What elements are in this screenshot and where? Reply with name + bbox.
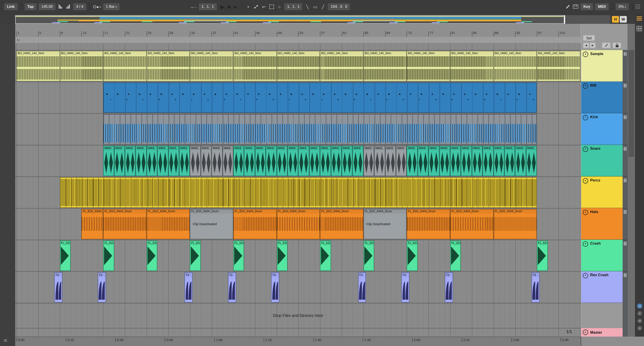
clip-snare[interactable]: MIKE: [146, 146, 157, 176]
play-button[interactable]: ▶: [220, 3, 224, 10]
clip-sample[interactable]: BO_HWD_140_Strin: [537, 51, 580, 81]
clip-crash[interactable]: FL_ED: [103, 241, 114, 271]
clip-snare[interactable]: MIKE: [212, 146, 222, 176]
arrangement-overview[interactable]: [15, 15, 610, 24]
clip-crash[interactable]: FL_ED: [190, 241, 201, 271]
clip-crash[interactable]: FL_ED: [233, 241, 244, 271]
clip-snare[interactable]: MIKE: [439, 146, 450, 176]
clip-snare[interactable]: MIKE: [136, 146, 146, 176]
tempo-field[interactable]: 145.00: [38, 3, 56, 10]
clip-snare[interactable]: MIKE: [418, 146, 428, 176]
clip-hats[interactable]: FL_ED2_Kit04_DrumClip Deactivated: [364, 209, 407, 240]
clip-sample[interactable]: BO_HWD_140_Strin: [60, 51, 103, 81]
clip-kick[interactable]: [103, 114, 537, 145]
clip-808[interactable]: [103, 83, 537, 113]
fold-track-button[interactable]: ▾: [583, 147, 588, 152]
clip-snare[interactable]: MIKE: [331, 146, 342, 176]
track-lane-hats[interactable]: FL_ED2_Kit04_DrumFL_ED2_Kit04_DrumFL_ED2…: [15, 208, 581, 240]
clip-crash[interactable]: FL_ED: [320, 241, 331, 271]
clip-crash[interactable]: FL_ED: [450, 241, 461, 271]
stop-button[interactable]: ■: [228, 3, 231, 10]
nudge-down-button[interactable]: [58, 3, 64, 10]
clip-crash[interactable]: FL_ED: [60, 241, 70, 271]
link-toggle[interactable]: Link: [4, 3, 18, 10]
track-lane-sample[interactable]: BO_HWD_140_StrinBO_HWD_140_StrinBO_HWD_1…: [15, 50, 581, 82]
mixer-toggle-r[interactable]: R: [636, 311, 643, 317]
fold-track-button[interactable]: ▸: [583, 330, 588, 335]
track-header-snare[interactable]: ▾Snare: [581, 145, 622, 176]
clip-snare[interactable]: MIKE: [407, 146, 418, 176]
clip-snare[interactable]: MIKE: [309, 146, 320, 176]
clip-crash[interactable]: FL_ED: [364, 241, 374, 271]
clip-snare[interactable]: MIKE: [266, 146, 276, 176]
mixer-toggle-io[interactable]: io: [636, 303, 643, 309]
clip-rev-crash[interactable]: Cy: [271, 272, 279, 303]
clip-crash[interactable]: FL_ED: [537, 241, 548, 271]
loop-start-field[interactable]: 1. 1. 1: [284, 3, 302, 10]
session-grid-icon[interactable]: [636, 25, 642, 33]
metronome-toggle[interactable]: O●▾: [93, 3, 101, 10]
clip-snare[interactable]: MIKE: [342, 146, 352, 176]
fold-track-button[interactable]: ▾: [583, 241, 588, 247]
track-lane-rev-crash[interactable]: CyCyCyCyCyCyCyCyCy: [15, 271, 581, 303]
automation-arm-toggle[interactable]: [253, 3, 259, 10]
clip-hats[interactable]: FL_ED2_Kit04_Drum: [450, 209, 494, 240]
record-button[interactable]: ●: [234, 3, 237, 10]
clip-hats[interactable]: FL_ED2_Kit04_Drum: [276, 209, 320, 240]
clip-snare[interactable]: MIKE: [158, 146, 168, 176]
clip-sample[interactable]: BO_HWD_140_Strin: [494, 51, 537, 81]
scrub-area[interactable]: ▷: [15, 37, 581, 43]
time-signature-field[interactable]: 4 / 4: [73, 3, 86, 10]
clip-hats[interactable]: FL_ED2_Kit04_Drum: [82, 209, 103, 240]
clip-snare[interactable]: MIKE: [320, 146, 331, 176]
mixer-toggle-m[interactable]: M: [636, 318, 643, 324]
clip-rev-crash[interactable]: Cy: [531, 272, 540, 303]
master-track-lane[interactable]: [15, 328, 581, 337]
arrangement-lanes[interactable]: Drop Files and Devices Here 1/1 BO_HWD_1…: [15, 43, 581, 337]
overview-view-rectangle[interactable]: [15, 15, 564, 24]
punch-in-toggle[interactable]: ╲: [304, 3, 310, 10]
fold-track-button[interactable]: ▾: [583, 210, 588, 215]
clip-sample[interactable]: BO_HWD_140_Strin: [276, 51, 320, 81]
clip-snare[interactable]: MIKE: [385, 146, 396, 176]
clip-percs[interactable]: [60, 177, 537, 208]
capture-midi-button[interactable]: [269, 3, 274, 10]
clip-sample[interactable]: BO_HWD_140_Strin: [190, 51, 233, 81]
fold-track-button[interactable]: ▾: [583, 83, 588, 89]
loop-region-toggle[interactable]: ▭: [312, 3, 318, 10]
clip-snare[interactable]: MIKE: [450, 146, 461, 176]
clip-sample[interactable]: BO_HWD_140_Strin: [103, 51, 147, 81]
clip-snare[interactable]: MIKE: [190, 146, 201, 176]
clip-snare[interactable]: MIKE: [168, 146, 179, 176]
fold-track-button[interactable]: ▾: [583, 52, 588, 57]
fold-track-button[interactable]: ▾: [583, 273, 588, 278]
clip-rev-crash[interactable]: Cy: [445, 272, 453, 303]
track-header-kick[interactable]: ▾Kick: [581, 113, 622, 145]
clip-snare[interactable]: MIKE: [201, 146, 212, 176]
clip-hats[interactable]: FL_ED2_Kit04_Drum: [407, 209, 450, 240]
clip-rev-crash[interactable]: Cy: [98, 272, 106, 303]
clip-snare[interactable]: MIKE: [515, 146, 526, 176]
loop-length-field[interactable]: 104. 0. 0: [328, 3, 350, 10]
track-header-hats[interactable]: ▾Hats: [581, 208, 622, 240]
track-header-crash[interactable]: ▾Crash: [581, 240, 622, 271]
vertical-scrollbar[interactable]: [628, 24, 635, 346]
clip-hats[interactable]: FL_ED2_Kit04_DrumClip Deactivated: [190, 209, 233, 240]
track-lane-snare[interactable]: MIKEMIKEMIKEMIKEMIKEMIKEMIKEMIKEMIKEMIKE…: [15, 145, 581, 177]
clip-snare[interactable]: MIKE: [504, 146, 515, 176]
tap-tempo-button[interactable]: Tap: [24, 3, 36, 10]
clip-rev-crash[interactable]: Cy: [54, 272, 62, 303]
track-header-percs[interactable]: ▾Percs: [581, 177, 622, 208]
clip-snare[interactable]: MIKE: [461, 146, 472, 176]
clip-snare[interactable]: MIKE: [396, 146, 407, 176]
track-lane-kick[interactable]: [15, 113, 581, 145]
clip-snare[interactable]: MIKE: [179, 146, 190, 176]
clip-rev-crash[interactable]: Cy: [358, 272, 366, 303]
clip-sample[interactable]: BO_HWD_140_Strin: [407, 51, 450, 81]
clip-snare[interactable]: MIKE: [428, 146, 439, 176]
clip-crash[interactable]: FL_ED: [407, 241, 418, 271]
clip-sample[interactable]: BO_HWD_140_Strin: [320, 51, 364, 81]
hamburger-menu-icon[interactable]: [636, 16, 642, 21]
mixer-toggle-d[interactable]: D: [636, 325, 643, 332]
beat-time-ruler[interactable]: 1591317212529333741454953576165697377818…: [15, 24, 581, 37]
